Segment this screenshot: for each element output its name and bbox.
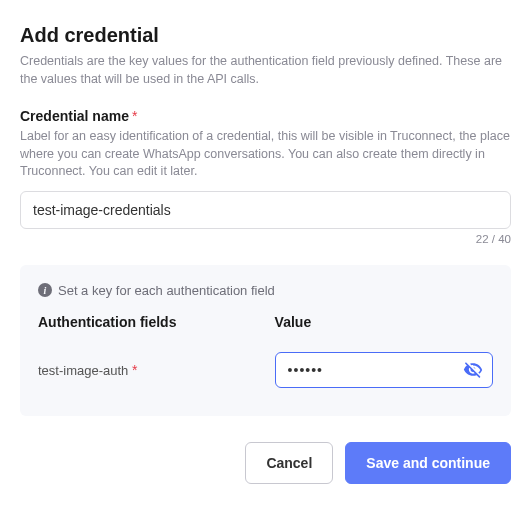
page-title: Add credential	[20, 24, 511, 47]
value-column-header: Value	[275, 314, 493, 330]
char-counter: 22 / 40	[20, 233, 511, 245]
credential-name-label: Credential name	[20, 108, 129, 124]
eye-off-icon	[463, 360, 483, 380]
auth-fields-column-header: Authentication fields	[38, 314, 275, 330]
auth-info-text: Set a key for each authentication field	[58, 283, 275, 298]
cancel-button[interactable]: Cancel	[245, 442, 333, 484]
auth-fields-panel: i Set a key for each authentication fiel…	[20, 265, 511, 416]
credential-name-help: Label for an easy identification of a cr…	[20, 128, 511, 181]
auth-field-row: test-image-auth *	[38, 352, 493, 388]
credential-name-input[interactable]	[20, 191, 511, 229]
auth-field-name: test-image-auth	[38, 363, 128, 378]
save-and-continue-button[interactable]: Save and continue	[345, 442, 511, 484]
info-icon: i	[38, 283, 52, 297]
required-star-icon: *	[132, 362, 137, 378]
page-subtitle: Credentials are the key values for the a…	[20, 53, 511, 88]
required-star-icon: *	[132, 108, 137, 124]
toggle-visibility-button[interactable]	[461, 358, 485, 382]
